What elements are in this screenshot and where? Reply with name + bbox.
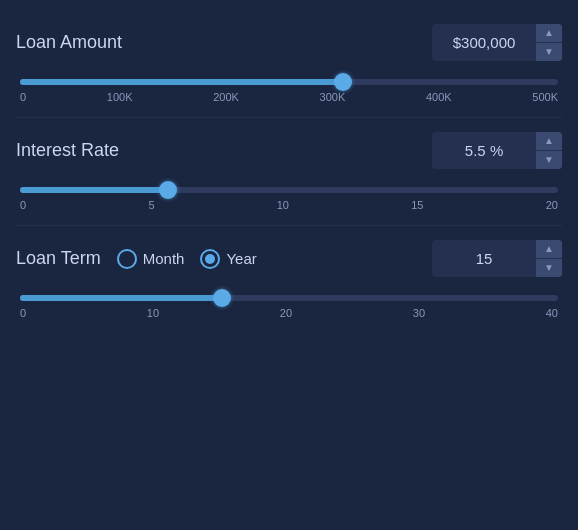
loan-term-month-radio[interactable] (117, 249, 137, 269)
loan-term-fill (20, 295, 222, 301)
loan-amount-arrows: ▲ ▼ (536, 24, 562, 61)
loan-amount-track (20, 79, 558, 85)
interest-rate-down-arrow[interactable]: ▼ (536, 150, 562, 169)
interest-rate-fill (20, 187, 168, 193)
loan-term-dropdown[interactable]: 15 ▲ ▼ (432, 240, 562, 277)
loan-amount-value: $300,000 (432, 26, 536, 59)
loan-amount-dropdown[interactable]: $300,000 ▲ ▼ (432, 24, 562, 61)
loan-term-down-arrow[interactable]: ▼ (536, 258, 562, 277)
interest-rate-thumb[interactable] (159, 181, 177, 199)
loan-term-title: Loan Term (16, 248, 101, 269)
interest-rate-value: 5.5 % (432, 134, 536, 167)
loan-amount-up-arrow[interactable]: ▲ (536, 24, 562, 42)
loan-amount-fill (20, 79, 343, 85)
loan-calculator: Loan Amount $300,000 ▲ ▼ 0 100K 200K 300… (0, 0, 578, 353)
loan-term-year-option[interactable]: Year (200, 249, 256, 269)
loan-term-label-0: 0 (20, 307, 26, 319)
loan-amount-title: Loan Amount (16, 32, 122, 53)
loan-term-year-radio[interactable] (200, 249, 220, 269)
loan-term-thumb[interactable] (213, 289, 231, 307)
loan-term-up-arrow[interactable]: ▲ (536, 240, 562, 258)
loan-term-options: Loan Term Month Year (16, 248, 257, 269)
interest-rate-label-0: 0 (20, 199, 26, 211)
interest-rate-up-arrow[interactable]: ▲ (536, 132, 562, 150)
interest-rate-header: Interest Rate 5.5 % ▲ ▼ (16, 132, 562, 169)
loan-term-arrows: ▲ ▼ (536, 240, 562, 277)
loan-term-header: Loan Term Month Year 15 ▲ ▼ (16, 240, 562, 277)
interest-rate-labels: 0 5 10 15 20 (20, 199, 558, 211)
loan-amount-thumb[interactable] (334, 73, 352, 91)
loan-term-year-label: Year (226, 250, 256, 267)
interest-rate-label-15: 15 (411, 199, 423, 211)
loan-term-month-label: Month (143, 250, 185, 267)
loan-amount-label-500k: 500K (532, 91, 558, 103)
loan-term-label-40: 40 (546, 307, 558, 319)
loan-term-value: 15 (432, 242, 536, 275)
loan-term-track (20, 295, 558, 301)
interest-rate-dropdown[interactable]: 5.5 % ▲ ▼ (432, 132, 562, 169)
loan-amount-header: Loan Amount $300,000 ▲ ▼ (16, 24, 562, 61)
loan-amount-labels: 0 100K 200K 300K 400K 500K (20, 91, 558, 103)
interest-rate-track (20, 187, 558, 193)
loan-amount-slider-wrapper: 0 100K 200K 300K 400K 500K (16, 79, 562, 103)
interest-rate-arrows: ▲ ▼ (536, 132, 562, 169)
interest-rate-slider-wrapper: 0 5 10 15 20 (16, 187, 562, 211)
loan-term-label-30: 30 (413, 307, 425, 319)
interest-rate-label-20: 20 (546, 199, 558, 211)
loan-amount-label-0: 0 (20, 91, 26, 103)
interest-rate-section: Interest Rate 5.5 % ▲ ▼ 0 5 10 15 20 (16, 118, 562, 226)
interest-rate-label-5: 5 (148, 199, 154, 211)
loan-amount-label-200k: 200K (213, 91, 239, 103)
interest-rate-label-10: 10 (277, 199, 289, 211)
loan-amount-label-100k: 100K (107, 91, 133, 103)
loan-term-label-10: 10 (147, 307, 159, 319)
loan-amount-label-300k: 300K (320, 91, 346, 103)
loan-amount-section: Loan Amount $300,000 ▲ ▼ 0 100K 200K 300… (16, 10, 562, 118)
loan-term-month-option[interactable]: Month (117, 249, 185, 269)
loan-term-labels: 0 10 20 30 40 (20, 307, 558, 319)
loan-term-label-20: 20 (280, 307, 292, 319)
loan-amount-down-arrow[interactable]: ▼ (536, 42, 562, 61)
loan-term-section: Loan Term Month Year 15 ▲ ▼ (16, 226, 562, 333)
loan-amount-label-400k: 400K (426, 91, 452, 103)
loan-term-slider-wrapper: 0 10 20 30 40 (16, 295, 562, 319)
interest-rate-title: Interest Rate (16, 140, 119, 161)
